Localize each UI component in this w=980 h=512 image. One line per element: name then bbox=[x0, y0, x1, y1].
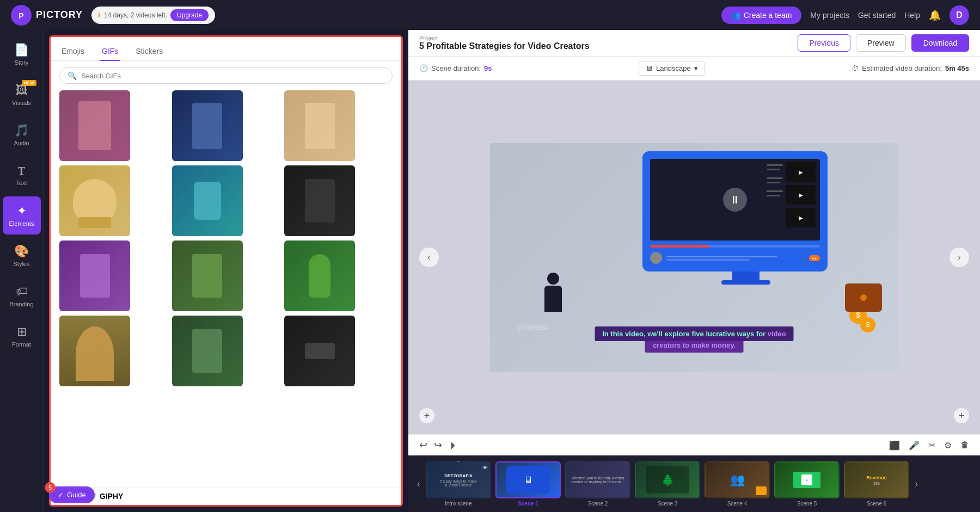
eye-icon: 👁 bbox=[482, 465, 488, 471]
sidebar-item-branding[interactable]: 🏷 Branding bbox=[3, 277, 41, 315]
next-scene-arrow[interactable]: › bbox=[950, 248, 969, 267]
scene-item-intro[interactable]: DEEZGRAFIX 5 Easy Ways to Makea Video Cr… bbox=[426, 461, 491, 507]
settings-button[interactable]: ⚙ bbox=[944, 440, 952, 451]
sidebar-label-format: Format bbox=[12, 341, 31, 348]
scene-item-scene3[interactable]: 🌲 Scene 3 bbox=[635, 461, 700, 507]
timeline-prev-button[interactable]: ‹ bbox=[414, 478, 424, 490]
notification-bell-icon[interactable]: 🔔 bbox=[929, 9, 941, 21]
tab-emojis[interactable]: Emojis bbox=[59, 42, 87, 61]
audio-icon: 🎵 bbox=[14, 124, 29, 138]
get-started-link[interactable]: Get started bbox=[858, 11, 896, 20]
gif-item[interactable] bbox=[284, 316, 355, 386]
scene-label-intro: Intro scene bbox=[445, 501, 471, 507]
editor-topbar: Project 5 Profitable Strategies for Vide… bbox=[408, 30, 980, 57]
wallet bbox=[845, 283, 882, 312]
scene-duration: 🕐 Scene duration: 9s bbox=[419, 64, 492, 72]
gif-grid bbox=[51, 90, 401, 487]
chevron-down-icon: ▾ bbox=[694, 64, 698, 72]
sidebar-item-audio[interactable]: 🎵 Audio bbox=[3, 116, 41, 154]
element-tabs: Emojis GIFs Stickers bbox=[51, 37, 401, 61]
user-avatar[interactable]: D bbox=[950, 5, 969, 25]
undo-button[interactable]: ↩ bbox=[419, 439, 427, 451]
sidebar-label-visuals: Visuals bbox=[12, 100, 31, 106]
frame-number: 1574699864 bbox=[517, 325, 548, 331]
sidebar-item-styles[interactable]: 🎨 Styles bbox=[3, 237, 41, 275]
gif-item[interactable] bbox=[284, 90, 355, 161]
timeline-next-button[interactable]: › bbox=[911, 478, 921, 490]
search-wrapper: 🔍 bbox=[59, 67, 393, 84]
gif-item[interactable] bbox=[59, 90, 130, 161]
play-button[interactable]: ⏵ bbox=[449, 440, 458, 451]
content-area: Emojis GIFs Stickers 🔍 bbox=[44, 30, 980, 512]
guide-label: Guide bbox=[67, 491, 86, 499]
sidebar-item-story[interactable]: 📄 Story bbox=[3, 35, 41, 73]
help-link[interactable]: Help bbox=[904, 11, 920, 20]
logo-text: PICTORY bbox=[36, 9, 83, 21]
estimated-duration: ⏱ Estimated video duration: 5m 45s bbox=[852, 64, 969, 72]
add-element-right-button[interactable]: + bbox=[954, 408, 969, 423]
sidebar-item-text[interactable]: T Text bbox=[3, 156, 41, 194]
project-title: 5 Profitable Strategies for Video Creato… bbox=[419, 41, 590, 51]
editor-actions: Previous Preview Download bbox=[798, 34, 969, 52]
info-icon: ℹ bbox=[98, 11, 101, 19]
sidebar-item-visuals[interactable]: NEW 🖼 Visuals bbox=[3, 76, 41, 114]
preview-button[interactable]: Preview bbox=[856, 34, 906, 52]
mic-button[interactable]: 🎤 bbox=[909, 440, 920, 451]
scene-item-scene2[interactable]: Whether you're already a videocreator or… bbox=[565, 461, 630, 507]
cut-button[interactable]: ✂ bbox=[928, 440, 935, 451]
gif-item[interactable] bbox=[172, 316, 243, 386]
scene-thumb-scene1: 🖥 bbox=[495, 461, 561, 498]
video-controls-bar: 🕐 Scene duration: 9s 🖥 Landscape ▾ ⏱ Est… bbox=[408, 57, 980, 81]
sidebar-item-format[interactable]: ⊞ Format bbox=[3, 317, 41, 355]
guide-badge: 5 bbox=[45, 482, 56, 493]
gif-item[interactable] bbox=[59, 316, 130, 386]
scene-item-scene5[interactable]: + Scene 5 bbox=[774, 461, 840, 507]
scene-item-scene6[interactable]: Revenue $$$ Scene 6 bbox=[844, 461, 909, 507]
subtitle-overlay: In this video, we'll explore five lucrat… bbox=[511, 329, 878, 350]
gif-item[interactable] bbox=[172, 240, 243, 311]
scene-item-scene4[interactable]: 👥 Scene 4 bbox=[705, 461, 770, 507]
add-element-left-button[interactable]: + bbox=[419, 408, 434, 423]
gif-item[interactable] bbox=[59, 165, 130, 236]
my-projects-link[interactable]: My projects bbox=[810, 11, 849, 20]
delete-button[interactable]: 🗑 bbox=[960, 440, 969, 450]
clock-icon: 🕐 bbox=[419, 64, 428, 72]
project-info: Project 5 Profitable Strategies for Vide… bbox=[419, 35, 590, 51]
gif-item[interactable] bbox=[284, 165, 355, 236]
scene-thumb-scene2: Whether you're already a videocreator or… bbox=[565, 461, 630, 498]
tab-stickers[interactable]: Stickers bbox=[133, 42, 165, 61]
search-input[interactable] bbox=[81, 72, 384, 80]
previous-button[interactable]: Previous bbox=[798, 34, 850, 52]
gif-item[interactable] bbox=[59, 240, 130, 311]
checkmark-icon: ✓ bbox=[58, 491, 64, 499]
team-icon: 👥 bbox=[731, 11, 740, 20]
download-button[interactable]: Download bbox=[911, 34, 969, 52]
tab-gifs[interactable]: GIFs bbox=[100, 42, 120, 61]
topnav-right: 👥 Create a team My projects Get started … bbox=[721, 5, 969, 25]
gif-item[interactable] bbox=[284, 240, 355, 311]
sidebar-label-story: Story bbox=[15, 59, 29, 66]
caption-tool-button[interactable]: ⬛ bbox=[889, 440, 900, 451]
upgrade-button[interactable]: Upgrade bbox=[170, 9, 209, 21]
gif-item[interactable] bbox=[172, 90, 243, 161]
elements-panel: Emojis GIFs Stickers 🔍 bbox=[49, 35, 403, 507]
guide-button[interactable]: 5 ✓ Guide bbox=[49, 486, 95, 503]
trial-text: 14 days, 2 videos left. bbox=[104, 11, 167, 19]
top-navigation: P PICTORY ℹ 14 days, 2 videos left. Upgr… bbox=[0, 0, 980, 30]
scene-item-scene1[interactable]: 🖥 Scene 1 bbox=[495, 461, 561, 507]
create-team-button[interactable]: 👥 Create a team bbox=[721, 7, 802, 24]
scene-label-scene3: Scene 3 bbox=[658, 501, 678, 507]
scene-label-scene1: Scene 1 bbox=[518, 501, 538, 507]
redo-button[interactable]: ↪ bbox=[434, 439, 442, 451]
sidebar-item-elements[interactable]: ✦ Elements bbox=[3, 196, 41, 235]
sidebar-label-text: Text bbox=[16, 180, 27, 186]
svg-text:P: P bbox=[19, 11, 23, 20]
main-area: 📄 Story NEW 🖼 Visuals 🎵 Audio T Text ✦ E… bbox=[0, 30, 980, 512]
orientation-select[interactable]: 🖥 Landscape ▾ bbox=[639, 61, 705, 76]
scene-thumb-scene4: 👥 bbox=[705, 461, 770, 498]
branding-icon: 🏷 bbox=[16, 285, 28, 299]
sidebar-label-branding: Branding bbox=[9, 301, 33, 307]
gif-item[interactable] bbox=[172, 165, 243, 236]
timeline-scroll: ‹ DEEZGRAFIX 5 Easy Ways to Makea Video … bbox=[408, 461, 980, 507]
prev-scene-arrow[interactable]: ‹ bbox=[419, 248, 439, 267]
